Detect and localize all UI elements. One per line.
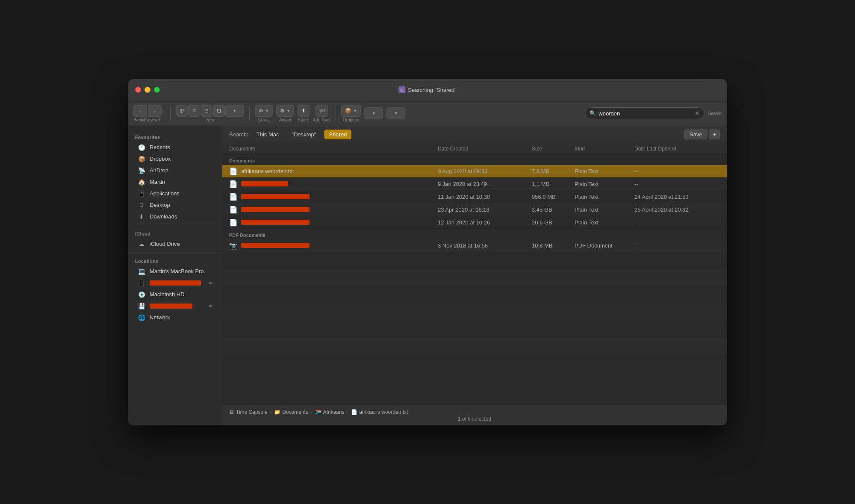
sidebar-item-recents-label: Recents [150,144,170,150]
tag-icon: 🏷 [319,108,324,114]
view-gallery-button[interactable]: ⊡ [213,105,225,117]
txt-file-icon: 📄 [229,193,238,201]
search-scope-label: Search: [229,131,248,138]
desktop-icon: 🖥 [138,202,145,209]
txt-file-icon: 📄 [229,167,238,175]
breadcrumb-item-documents[interactable]: 📁 Documents [274,409,308,415]
selection-count: 1 of 6 selected [222,416,727,423]
table-row-empty [222,304,727,321]
icloud-section-label: iCloud [128,228,222,238]
sidebar-item-drive-redacted[interactable]: 💾 ⏏ [131,301,219,312]
group-button[interactable]: ⚙ ▼ [255,105,273,117]
tags-button[interactable]: 🏷 [315,105,328,117]
sidebar-item-icloud-drive[interactable]: ☁ iCloud Drive [131,239,219,250]
view-icon-button[interactable]: ⊞ [176,105,188,117]
breadcrumb-time-capsule: Time Capsule [236,409,268,415]
file-kind: PDF Document [575,242,634,249]
file-name-cell: 📄 [229,180,438,188]
file-date-opened: -- [634,242,720,249]
sidebar-item-recents[interactable]: 🕐 Recents [131,142,219,153]
group-label-documents: Documents [222,155,727,165]
search-box[interactable]: 🔍 ✕ [585,107,705,119]
search-input[interactable] [598,110,692,117]
locations-section-label: Locations [128,255,222,265]
breadcrumb-sep-3: › [347,410,349,415]
close-button[interactable] [135,87,141,93]
table-row[interactable]: 📄 afrikaans woorden.txt 9 Aug 2020 at 09… [222,165,727,178]
sidebar-item-network-label: Network [150,314,170,321]
sidebar-item-macintosh-hd[interactable]: 💿 Macintosh HD [131,289,219,300]
file-name-cell: 📄 [229,218,438,227]
scope-shared[interactable]: Shared [324,130,351,139]
table-row[interactable]: 📄 12 Jan 2020 at 10:26 20,6 GB Plain Tex… [222,216,727,229]
search-clear-icon[interactable]: ✕ [695,110,700,117]
sidebar-item-macbook[interactable]: 💻 Martin's MacBook Pro [131,266,219,277]
window-title: Searching "Shared" [408,87,456,93]
table-row[interactable]: 📄 9 Jan 2020 at 23:49 1,1 MB Plain Text … [222,178,727,191]
sidebar-item-martin[interactable]: 🏠 Martin [131,177,219,188]
table-row[interactable]: 📄 11 Jan 2020 at 10:30 956,8 MB Plain Te… [222,191,727,203]
sidebar-item-applications-label: Applications [150,190,180,197]
separator-3 [336,106,336,120]
favourites-section-label: Favourites [128,131,222,141]
file-name: afrikaans woorden.txt [241,168,294,174]
breadcrumb-documents: Documents [282,409,308,415]
scope-this-mac[interactable]: This Mac [252,130,284,139]
view-list-button[interactable]: ≡ [188,105,200,117]
sidebar-item-applications[interactable]: 📱 Applications [131,188,219,199]
txt-file-icon: 📄 [229,206,238,214]
forward-button[interactable]: › [148,105,162,117]
share-button[interactable]: ⬆ [298,105,310,117]
sidebar-item-desktop[interactable]: 🖥 Desktop [131,200,219,211]
action-button[interactable]: ⚙ ▼ [276,105,294,117]
search-save-area: Save + [684,130,720,139]
tags-group: 🏷 Add Tags [313,105,331,122]
eject-drive-icon[interactable]: ⏏ [208,303,212,309]
sidebar-item-dropbox[interactable]: 📦 Dropbox [131,153,219,165]
scope-desktop[interactable]: "Desktop" [287,130,321,139]
col-documents: Documents [229,146,438,152]
sidebar-divider-2 [128,252,222,253]
file-kind: Plain Text [575,194,634,200]
view-group: ⊞ ≡ ⊟ ⊡ ▼ View [176,105,244,122]
save-add-button[interactable]: + [709,130,720,139]
save-search-button[interactable]: Save [684,130,708,139]
action-icon: ⚙ [280,108,285,114]
view-label: View [205,118,215,122]
breadcrumb-item-file[interactable]: 📄 afrikaans woorden.txt [351,409,408,415]
redacted-filename [241,243,310,248]
eject-icon[interactable]: ⏏ [208,280,212,286]
table-row-empty [222,321,727,338]
view-column-button[interactable]: ⊟ [200,105,212,117]
sidebar-item-downloads[interactable]: ⬇ Downloads [131,211,219,222]
redacted-filename [241,181,288,186]
sidebar-item-icloud-label: iCloud Drive [150,241,180,247]
chevron-down-icon: ▼ [353,109,357,113]
breadcrumb-item-afrikaans[interactable]: 🇿🇦 Afrikaans [315,409,345,415]
sidebar-item-device-redacted[interactable]: 📱 ⏏ [131,277,219,289]
table-row[interactable]: 📷 3 Nov 2018 at 16:56 10,8 MB PDF Docume… [222,239,727,252]
txt-file-icon: 📄 [229,180,238,188]
table-row[interactable]: 📄 23 Apr 2020 at 16:18 3,45 GB Plain Tex… [222,203,727,216]
dropbox-button[interactable]: 📦 ▼ [341,105,361,117]
action-group: ⚙ ▼ Action [276,105,294,122]
view-dropdown-button[interactable]: ▼ [225,105,244,117]
traffic-lights [135,87,160,93]
breadcrumb-filename: afrikaans woorden.txt [359,409,408,415]
network-icon: 🌐 [138,314,145,321]
sidebar-item-airdrop-label: AirDrop [150,167,168,174]
sidebar-item-airdrop[interactable]: 📡 AirDrop [131,165,219,176]
back-button[interactable]: ‹ [133,105,147,117]
sidebar-item-network[interactable]: 🌐 Network [131,312,219,323]
separator-2 [249,106,250,120]
extra-dropdown-1[interactable]: ▼ [364,107,383,119]
extra-dropdown-2[interactable]: ▼ [386,107,405,119]
fullscreen-button[interactable] [154,87,160,93]
table-row-empty [222,338,727,355]
table-row-empty [222,252,727,269]
minimize-button[interactable] [144,87,150,93]
search-options-bar: Search: This Mac "Desktop" Shared Save + [222,126,727,143]
chevron-down-icon: ▼ [265,109,269,113]
breadcrumb-item-time-capsule[interactable]: 🖥 Time Capsule [229,409,268,415]
share-label: Share [298,118,310,122]
